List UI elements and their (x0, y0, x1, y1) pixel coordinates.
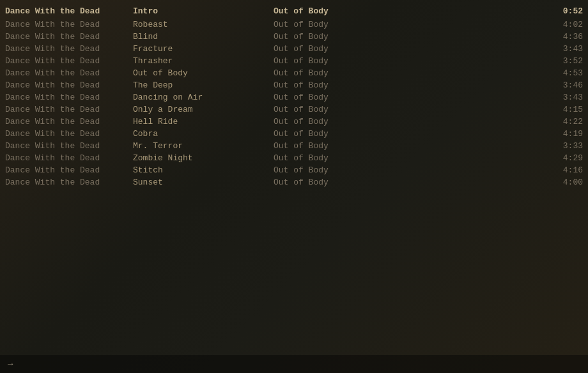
track-duration: 4:00 (545, 178, 583, 187)
track-album: Out of Body (274, 129, 545, 139)
track-title: Out of Body (133, 68, 274, 78)
track-title: Dancing on Air (133, 93, 274, 102)
track-artist: Dance With the Dead (5, 93, 133, 102)
track-row[interactable]: Dance With the DeadOut of BodyOut of Bod… (0, 67, 588, 79)
track-title: Stitch (133, 165, 274, 175)
track-title: Mr. Terror (133, 141, 274, 151)
track-duration: 4:19 (545, 129, 583, 139)
track-title: Only a Dream (133, 105, 274, 114)
track-duration: 4:53 (545, 68, 583, 78)
track-title: Robeast (133, 20, 274, 29)
track-duration: 3:43 (545, 44, 583, 54)
track-row[interactable]: Dance With the DeadCobraOut of Body4:19 (0, 128, 588, 140)
track-title: Thrasher (133, 56, 274, 66)
track-artist: Dance With the Dead (5, 56, 133, 66)
track-artist: Dance With the Dead (5, 129, 133, 139)
track-row[interactable]: Dance With the DeadOnly a DreamOut of Bo… (0, 103, 588, 116)
track-duration: 4:02 (545, 20, 583, 29)
header-album: Out of Body (274, 6, 545, 16)
track-album: Out of Body (274, 32, 545, 42)
track-album: Out of Body (274, 80, 545, 90)
track-duration: 4:29 (545, 153, 583, 163)
track-artist: Dance With the Dead (5, 141, 133, 151)
track-title: Cobra (133, 129, 274, 139)
track-album: Out of Body (274, 105, 545, 114)
track-artist: Dance With the Dead (5, 80, 133, 90)
track-duration: 4:15 (545, 105, 583, 114)
track-title: Zombie Night (133, 153, 274, 163)
track-row[interactable]: Dance With the DeadMr. TerrorOut of Body… (0, 140, 588, 152)
track-row[interactable]: Dance With the DeadFractureOut of Body3:… (0, 43, 588, 55)
track-artist: Dance With the Dead (5, 105, 133, 114)
track-duration: 3:43 (545, 93, 583, 102)
track-duration: 3:33 (545, 141, 583, 151)
track-duration: 3:52 (545, 56, 583, 66)
arrow-icon: → (8, 359, 13, 369)
track-artist: Dance With the Dead (5, 20, 133, 29)
track-title: Hell Ride (133, 117, 274, 126)
header-artist: Dance With the Dead (5, 6, 133, 16)
track-title: Sunset (133, 178, 274, 187)
track-row[interactable]: Dance With the DeadThrasherOut of Body3:… (0, 55, 588, 67)
track-duration: 4:16 (545, 165, 583, 175)
header-title: Intro (133, 6, 274, 16)
track-title: The Deep (133, 80, 274, 90)
track-duration: 4:22 (545, 117, 583, 126)
track-duration: 3:46 (545, 80, 583, 90)
track-album: Out of Body (274, 178, 545, 187)
track-artist: Dance With the Dead (5, 32, 133, 42)
track-artist: Dance With the Dead (5, 165, 133, 175)
track-album: Out of Body (274, 20, 545, 29)
track-row[interactable]: Dance With the DeadSunsetOut of Body4:00 (0, 176, 588, 188)
track-artist: Dance With the Dead (5, 178, 133, 187)
track-album: Out of Body (274, 93, 545, 102)
track-album: Out of Body (274, 56, 545, 66)
track-album: Out of Body (274, 165, 545, 175)
track-row[interactable]: Dance With the DeadThe DeepOut of Body3:… (0, 79, 588, 91)
track-row[interactable]: Dance With the DeadBlindOut of Body4:36 (0, 31, 588, 43)
track-artist: Dance With the Dead (5, 117, 133, 126)
track-row[interactable]: Dance With the DeadHell RideOut of Body4… (0, 116, 588, 128)
track-duration: 4:36 (545, 32, 583, 42)
track-title: Fracture (133, 44, 274, 54)
track-list: Dance With the Dead Intro Out of Body 0:… (0, 0, 588, 194)
track-album: Out of Body (274, 153, 545, 163)
track-artist: Dance With the Dead (5, 153, 133, 163)
track-row[interactable]: Dance With the DeadRobeastOut of Body4:0… (0, 19, 588, 31)
track-artist: Dance With the Dead (5, 44, 133, 54)
track-album: Out of Body (274, 44, 545, 54)
track-album: Out of Body (274, 141, 545, 151)
track-list-header: Dance With the Dead Intro Out of Body 0:… (0, 5, 588, 17)
track-row[interactable]: Dance With the DeadStitchOut of Body4:16 (0, 164, 588, 176)
track-row[interactable]: Dance With the DeadDancing on AirOut of … (0, 91, 588, 103)
track-album: Out of Body (274, 117, 545, 126)
track-row[interactable]: Dance With the DeadZombie NightOut of Bo… (0, 152, 588, 164)
track-album: Out of Body (274, 68, 545, 78)
header-duration: 0:52 (545, 6, 583, 16)
bottom-bar: → (0, 355, 588, 373)
track-title: Blind (133, 32, 274, 42)
track-artist: Dance With the Dead (5, 68, 133, 78)
